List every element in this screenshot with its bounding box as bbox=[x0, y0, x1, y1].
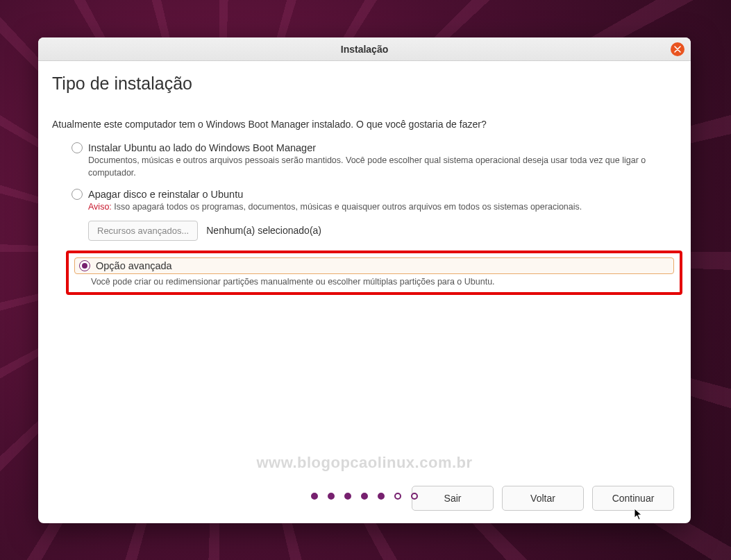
close-button[interactable] bbox=[671, 42, 684, 56]
page-title: Tipo de instalação bbox=[52, 74, 677, 94]
warning-text: Isso apagará todos os programas, documen… bbox=[112, 202, 582, 212]
option-erase-desc: Aviso: Isso apagará todos os programas, … bbox=[88, 201, 677, 214]
advanced-features-button[interactable]: Recursos avançados... bbox=[88, 221, 198, 241]
progress-dot bbox=[394, 493, 401, 500]
back-button[interactable]: Voltar bbox=[502, 486, 584, 511]
close-icon bbox=[674, 43, 681, 56]
advanced-features-row: Recursos avançados... Nenhum(a) selecion… bbox=[88, 221, 677, 241]
window-title: Instalação bbox=[341, 44, 388, 55]
radio-erase[interactable] bbox=[72, 189, 83, 200]
install-options: Instalar Ubuntu ao lado do Windows Boot … bbox=[52, 142, 677, 295]
progress-dot bbox=[361, 493, 368, 500]
progress-dot bbox=[411, 493, 418, 500]
progress-dot bbox=[344, 493, 351, 500]
progress-dot bbox=[328, 493, 335, 500]
advanced-features-status: Nenhum(a) selecionado(a) bbox=[206, 225, 321, 236]
radio-alongside[interactable] bbox=[72, 142, 83, 153]
option-alongside: Instalar Ubuntu ao lado do Windows Boot … bbox=[72, 142, 677, 179]
progress-dot bbox=[378, 493, 385, 500]
footer-buttons: Sair Voltar Continuar bbox=[52, 486, 677, 514]
option-advanced: Opção avançada bbox=[74, 257, 674, 274]
option-erase-label[interactable]: Apagar disco e reinstalar o Ubuntu bbox=[88, 189, 243, 200]
quit-button[interactable]: Sair bbox=[412, 486, 494, 511]
installer-window: Instalação Tipo de instalação Atualmente… bbox=[38, 37, 691, 523]
option-alongside-desc: Documentos, músicas e outros arquivos pe… bbox=[88, 155, 677, 179]
option-advanced-highlight: Opção avançada Você pode criar ou redime… bbox=[66, 251, 682, 295]
option-advanced-desc: Você pode criar ou redimensionar partiçõ… bbox=[91, 277, 674, 287]
titlebar: Instalação bbox=[38, 37, 691, 61]
prompt-text: Atualmente este computador tem o Windows… bbox=[52, 119, 677, 130]
option-advanced-label[interactable]: Opção avançada bbox=[96, 260, 172, 271]
continue-button[interactable]: Continuar bbox=[592, 486, 674, 511]
content-area: Tipo de instalação Atualmente este compu… bbox=[38, 61, 691, 523]
progress-dot bbox=[311, 493, 318, 500]
watermark-text: www.blogopcaolinux.com.br bbox=[256, 454, 472, 472]
option-alongside-label[interactable]: Instalar Ubuntu ao lado do Windows Boot … bbox=[88, 142, 316, 153]
option-erase: Apagar disco e reinstalar o Ubuntu Aviso… bbox=[72, 189, 677, 241]
warning-label: Aviso: bbox=[88, 202, 112, 212]
progress-dots bbox=[311, 493, 418, 500]
radio-advanced[interactable] bbox=[79, 260, 90, 271]
